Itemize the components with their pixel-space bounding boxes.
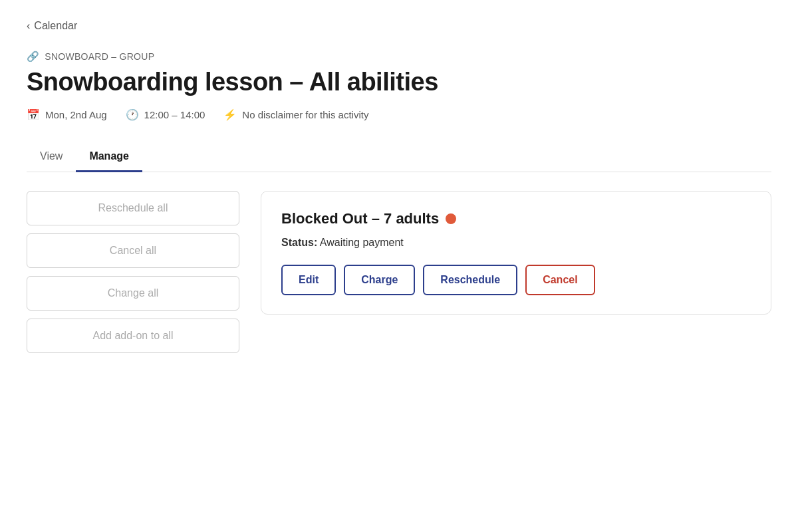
- calendar-icon: 📅: [27, 108, 40, 121]
- booking-title: Blocked Out – 7 adults: [281, 210, 439, 227]
- status-label: Status:: [281, 237, 317, 248]
- page-container: ‹ Calendar 🔗 SNOWBOARD – GROUP Snowboard…: [0, 0, 798, 532]
- tag-icon: 🔗: [27, 51, 39, 63]
- activity-tag: 🔗 SNOWBOARD – GROUP: [27, 51, 771, 63]
- disclaimer-meta: ⚡ No disclaimer for this activity: [223, 108, 368, 121]
- date-meta: 📅 Mon, 2nd Aug: [27, 108, 107, 121]
- booking-actions: Edit Charge Reschedule Cancel: [281, 265, 751, 295]
- activity-date: Mon, 2nd Aug: [45, 109, 107, 120]
- tabs-row: View Manage: [27, 142, 771, 172]
- activity-time: 12:00 – 14:00: [144, 109, 205, 120]
- back-link[interactable]: ‹ Calendar: [27, 20, 771, 32]
- cancel-all-button[interactable]: Cancel all: [27, 233, 239, 268]
- back-label: Calendar: [34, 20, 77, 32]
- status-dot-icon: [446, 213, 456, 224]
- change-all-button[interactable]: Change all: [27, 276, 239, 311]
- time-meta: 🕐 12:00 – 14:00: [126, 108, 205, 121]
- cancel-button[interactable]: Cancel: [525, 265, 595, 295]
- booking-header: Blocked Out – 7 adults: [281, 210, 751, 227]
- page-title: Snowboarding lesson – All abilities: [27, 68, 771, 96]
- tab-manage[interactable]: Manage: [76, 142, 142, 172]
- content-area: Reschedule all Cancel all Change all Add…: [27, 191, 771, 353]
- activity-disclaimer: No disclaimer for this activity: [242, 109, 368, 120]
- disclaimer-icon: ⚡: [223, 108, 237, 121]
- add-addon-all-button[interactable]: Add add-on to all: [27, 319, 239, 353]
- booking-status: Status: Awaiting payment: [281, 237, 751, 249]
- back-chevron-icon: ‹: [27, 20, 30, 32]
- reschedule-button[interactable]: Reschedule: [423, 265, 517, 295]
- status-value-text: Awaiting payment: [320, 237, 404, 248]
- left-panel: Reschedule all Cancel all Change all Add…: [27, 191, 239, 353]
- activity-tag-label: SNOWBOARD – GROUP: [45, 51, 154, 62]
- meta-row: 📅 Mon, 2nd Aug 🕐 12:00 – 14:00 ⚡ No disc…: [27, 108, 771, 121]
- booking-card: Blocked Out – 7 adults Status: Awaiting …: [261, 191, 771, 315]
- tab-view[interactable]: View: [27, 142, 76, 172]
- clock-icon: 🕐: [126, 108, 139, 121]
- reschedule-all-button[interactable]: Reschedule all: [27, 191, 239, 225]
- edit-button[interactable]: Edit: [281, 265, 336, 295]
- charge-button[interactable]: Charge: [344, 265, 415, 295]
